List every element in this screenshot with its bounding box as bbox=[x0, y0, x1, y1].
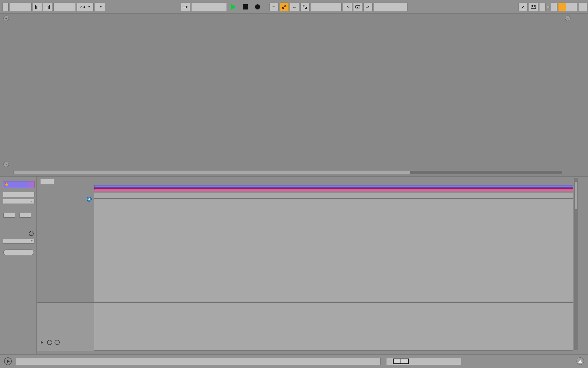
quantization-menu[interactable]: ▼ bbox=[95, 3, 105, 11]
automation-arm-icon bbox=[303, 5, 307, 9]
envelope-box-toggle-icon[interactable] bbox=[55, 340, 60, 345]
follow-icon bbox=[183, 5, 188, 9]
cpu-meter bbox=[558, 3, 577, 11]
clip-header[interactable] bbox=[3, 181, 34, 188]
midi-note-grid[interactable] bbox=[94, 199, 573, 302]
computer-midi-keyboard-button[interactable] bbox=[529, 3, 538, 11]
session-overdub-button[interactable] bbox=[280, 3, 289, 11]
headphone-icon bbox=[88, 198, 90, 200]
loop-length-display[interactable] bbox=[374, 3, 408, 11]
stop-icon bbox=[243, 4, 248, 9]
velocity-scale-column bbox=[37, 303, 94, 351]
chevron-down-icon: ▼ bbox=[31, 240, 33, 242]
device-chain-preview[interactable] bbox=[471, 357, 472, 366]
velocity-baseline bbox=[94, 350, 573, 351]
selection-info-bar bbox=[16, 358, 381, 365]
triangle-icon bbox=[578, 360, 582, 363]
automation-arm-button[interactable] bbox=[300, 3, 310, 11]
beat-time-ruler[interactable] bbox=[94, 178, 573, 185]
velocity-lane[interactable] bbox=[94, 303, 573, 351]
tap-tempo-button[interactable] bbox=[2, 3, 9, 11]
loop-bar-clip1[interactable] bbox=[94, 185, 573, 188]
signature-denominator-field[interactable] bbox=[20, 213, 31, 218]
arrangement-position-display[interactable] bbox=[191, 3, 227, 11]
show-detail-button[interactable]: ▴ bbox=[3, 162, 9, 167]
loop-group bbox=[311, 3, 408, 11]
clip-detail-view: ▼ ▼ bbox=[0, 176, 588, 354]
key-map-button[interactable] bbox=[539, 3, 546, 11]
push-status-button[interactable] bbox=[577, 357, 584, 365]
tempo-display[interactable] bbox=[10, 3, 32, 11]
zoom-handle[interactable] bbox=[393, 359, 409, 364]
status-bar bbox=[0, 354, 588, 368]
loop-button[interactable] bbox=[353, 3, 362, 11]
midi-map-button[interactable] bbox=[551, 3, 557, 11]
play-icon[interactable] bbox=[41, 341, 43, 344]
nudge-up-button[interactable] bbox=[43, 3, 52, 11]
punch-out-button[interactable] bbox=[363, 3, 373, 11]
groove-pool-icon[interactable] bbox=[29, 231, 34, 236]
play-icon bbox=[231, 4, 236, 10]
chevron-down-icon: ▼ bbox=[31, 200, 33, 203]
playback-group: + ← ○ bbox=[181, 3, 320, 11]
loop-start-display[interactable] bbox=[311, 3, 342, 11]
key-indicator bbox=[547, 6, 550, 8]
stop-button[interactable] bbox=[240, 3, 251, 11]
io-group bbox=[519, 3, 587, 11]
chevron-down-icon: ▼ bbox=[100, 5, 102, 8]
fold-button[interactable] bbox=[40, 179, 54, 184]
chevron-down-icon: ▼ bbox=[88, 5, 90, 8]
clip-name-field[interactable] bbox=[3, 192, 34, 197]
transport-bar: ○●▼ ▼ + ← ○ bbox=[0, 0, 588, 14]
groove-dropdown[interactable]: ▼ bbox=[3, 239, 34, 244]
preview-play-button[interactable] bbox=[4, 357, 12, 365]
metronome-button[interactable]: ○●▼ bbox=[77, 3, 94, 11]
scrollbar-handle[interactable] bbox=[14, 171, 410, 174]
record-button[interactable] bbox=[252, 3, 263, 11]
draw-mode-button[interactable] bbox=[519, 3, 528, 11]
clip-loop-bars[interactable] bbox=[94, 185, 573, 193]
signature-numerator-field[interactable] bbox=[3, 213, 15, 218]
punch-in-button[interactable] bbox=[343, 3, 352, 11]
loop-bar-clip2[interactable] bbox=[94, 188, 573, 190]
focused-clip-title-bar[interactable] bbox=[94, 193, 573, 199]
clip-properties-panel: ▼ ▼ bbox=[0, 177, 37, 355]
metronome-icon: ○● bbox=[80, 5, 86, 9]
scrollbar-handle[interactable] bbox=[575, 182, 577, 209]
new-button[interactable]: + bbox=[269, 3, 278, 11]
loop-icon bbox=[355, 5, 360, 9]
back-to-arrangement-button[interactable]: ← bbox=[290, 3, 299, 11]
clip-box-toggle-icon[interactable] bbox=[47, 340, 52, 345]
editor-vertical-scrollbar[interactable] bbox=[574, 178, 578, 350]
overdub-chain-icon bbox=[282, 5, 287, 9]
session-horizontal-scrollbar[interactable] bbox=[13, 171, 562, 174]
commit-groove-button[interactable] bbox=[3, 250, 34, 255]
play-icon bbox=[7, 360, 10, 363]
clip-overview-zoom-bar[interactable] bbox=[386, 358, 461, 365]
pencil-icon bbox=[521, 5, 525, 9]
show-browser-button[interactable]: ▸ bbox=[3, 16, 9, 21]
loop-bar-clip2-line bbox=[94, 191, 573, 192]
follow-button[interactable] bbox=[181, 3, 190, 11]
time-signature-display[interactable] bbox=[53, 3, 76, 11]
session-view: ▸ ▴ ≡ bbox=[0, 14, 588, 176]
clip-activator-icon[interactable] bbox=[5, 183, 8, 186]
record-icon bbox=[255, 4, 260, 9]
keyboard-icon bbox=[531, 5, 536, 9]
scene-overview-toggle[interactable]: ≡ bbox=[565, 16, 570, 21]
nudge-down-button[interactable] bbox=[33, 3, 42, 11]
clip-color-dropdown[interactable]: ▼ bbox=[3, 199, 34, 204]
play-button[interactable] bbox=[228, 3, 239, 11]
preview-audition-button[interactable] bbox=[87, 197, 92, 202]
tempo-group: ○●▼ ▼ bbox=[2, 3, 105, 11]
punch-out-icon bbox=[366, 5, 370, 8]
disk-overload-indicator bbox=[578, 3, 587, 11]
punch-in-icon bbox=[345, 5, 350, 8]
